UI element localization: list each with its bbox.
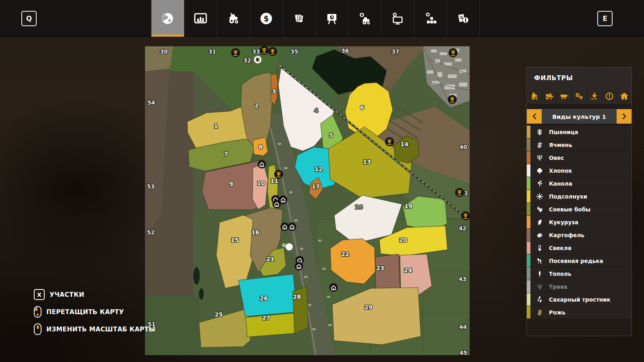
tab-map[interactable] <box>151 0 184 37</box>
tractor-filter-button[interactable] <box>527 89 542 104</box>
svg-text:7: 7 <box>224 151 228 157</box>
game-screen: Q E <box>0 0 644 362</box>
farm-building-marker[interactable] <box>281 223 289 231</box>
svg-text:3: 3 <box>272 88 276 95</box>
top-menu-bar: Q E <box>0 0 644 37</box>
tab-vehicles[interactable] <box>217 0 250 37</box>
crop-filter-row[interactable]: Рожь <box>527 306 632 319</box>
tab-finances[interactable]: $ <box>250 0 283 37</box>
sell-point-marker[interactable] <box>268 47 277 56</box>
tab-statistics[interactable] <box>184 0 217 37</box>
tractor-icon <box>226 11 240 26</box>
sell-point-marker[interactable] <box>231 48 240 57</box>
crop-filter-row[interactable]: Ячмень <box>527 139 632 151</box>
sell-point-marker[interactable] <box>461 211 470 220</box>
farm-building-marker[interactable] <box>273 200 281 209</box>
tab-game-settings[interactable] <box>414 0 447 37</box>
tab-vehicle-settings[interactable] <box>348 0 381 37</box>
crop-filter-row[interactable]: Сахарный тростник <box>527 293 632 306</box>
crop-filter-row[interactable]: Соевые бобы <box>527 203 632 215</box>
fuel-station-marker[interactable] <box>254 56 262 64</box>
svg-text:54: 54 <box>147 99 155 106</box>
alerts-filter-button[interactable] <box>602 89 617 104</box>
crop-name: Овес <box>549 155 564 161</box>
svg-text:28: 28 <box>293 294 301 300</box>
legend-drag-map: ПЕРЕТАЩИТЬ КАРТУ <box>34 306 124 318</box>
trailer-filter-icon <box>559 92 569 101</box>
farm-building-marker[interactable] <box>329 283 338 292</box>
svg-text:25: 25 <box>215 311 223 318</box>
crop-name: Кукуруза <box>549 219 578 225</box>
crop-filter-row[interactable]: Подсолнухи <box>527 190 632 203</box>
crop-category-label: Виды культур 1 <box>542 109 617 124</box>
farm-building-marker[interactable] <box>288 223 296 231</box>
key-x-icon[interactable]: X <box>34 289 45 300</box>
next-tab-hotkey[interactable]: E <box>597 11 613 26</box>
legend-parcels: X УЧАСТКИ <box>34 289 84 300</box>
field-27[interactable] <box>246 313 298 337</box>
crop-filter-row[interactable]: Овес <box>527 151 632 164</box>
crop-filter-row[interactable]: Посевная редька <box>527 254 632 267</box>
crop-color-swatch <box>527 177 530 190</box>
svg-text:14: 14 <box>400 141 408 147</box>
world-map[interactable]: 1234567891011121314151617181920212223242… <box>145 46 470 355</box>
harvester-filter-button[interactable] <box>542 89 557 104</box>
tab-help[interactable] <box>447 0 480 37</box>
svg-text:12: 12 <box>315 166 323 172</box>
crop-filter-row[interactable]: Трава <box>527 280 632 293</box>
wheat-icon <box>530 128 549 136</box>
svg-text:8: 8 <box>259 144 263 150</box>
crop-filter-row[interactable]: Хлопок <box>527 164 632 177</box>
field-10[interactable] <box>253 164 268 209</box>
sell-point-marker[interactable] <box>385 137 394 146</box>
svg-text:22: 22 <box>341 251 349 257</box>
svg-text:53: 53 <box>147 183 155 190</box>
home-filter-button[interactable] <box>617 89 632 104</box>
filters-panel: ФИЛЬТРЫ <box>526 67 632 336</box>
farm-building-marker[interactable] <box>295 262 303 271</box>
sell-point-marker[interactable] <box>260 46 269 55</box>
sell-point-marker[interactable] <box>448 95 457 104</box>
crop-filter-row[interactable]: Тополь <box>527 267 632 280</box>
chevron-left-icon <box>532 114 537 119</box>
sell-point-marker[interactable] <box>274 170 283 179</box>
blocks-gear-icon <box>423 11 438 26</box>
filters-title: ФИЛЬТРЫ <box>527 68 632 89</box>
waypoint-marker[interactable] <box>286 243 293 250</box>
crop-color-swatch <box>527 164 530 177</box>
crop-filter-row[interactable]: Канола <box>527 177 632 190</box>
crop-name: Подсолнухи <box>549 193 587 200</box>
crop-name: Сахарный тростник <box>549 296 611 303</box>
tractor-filter-icon <box>530 92 539 101</box>
crop-color-swatch <box>527 216 530 228</box>
legend-drag-label: ПЕРЕТАЩИТЬ КАРТУ <box>46 308 124 316</box>
trailer-filter-button[interactable] <box>557 89 572 104</box>
sell-point-marker[interactable] <box>449 48 458 57</box>
mouse-drag-icon <box>34 306 41 318</box>
tab-display-settings[interactable] <box>381 0 414 37</box>
crop-filter-row[interactable]: Кукуруза <box>527 216 632 228</box>
sell-point-marker[interactable] <box>455 188 464 197</box>
svg-text:5: 5 <box>329 132 333 139</box>
settings-filter-button[interactable] <box>572 89 586 104</box>
unload-filter-button[interactable] <box>587 89 602 104</box>
crop-name: Ячмень <box>549 142 572 148</box>
tab-production[interactable] <box>315 0 348 37</box>
grass-icon <box>530 283 549 291</box>
crop-filter-row[interactable]: Свекла <box>527 242 632 254</box>
farm-building-marker[interactable] <box>258 160 266 169</box>
svg-text:35: 35 <box>291 48 298 55</box>
svg-text:33: 33 <box>253 48 260 55</box>
tab-contracts[interactable] <box>282 0 315 37</box>
crop-filter-row[interactable]: Пшеница <box>527 126 632 138</box>
crop-color-swatch <box>527 203 530 215</box>
next-category-button[interactable] <box>617 109 632 124</box>
download-filter-icon <box>590 92 599 101</box>
prev-category-button[interactable] <box>527 109 542 124</box>
tractor-gear-icon <box>358 11 372 26</box>
documents-icon <box>292 11 306 26</box>
crop-name: Соевые бобы <box>549 206 590 213</box>
prev-tab-hotkey[interactable]: Q <box>21 11 37 26</box>
svg-text:1: 1 <box>214 123 218 129</box>
crop-filter-row[interactable]: Картофель <box>527 229 632 241</box>
